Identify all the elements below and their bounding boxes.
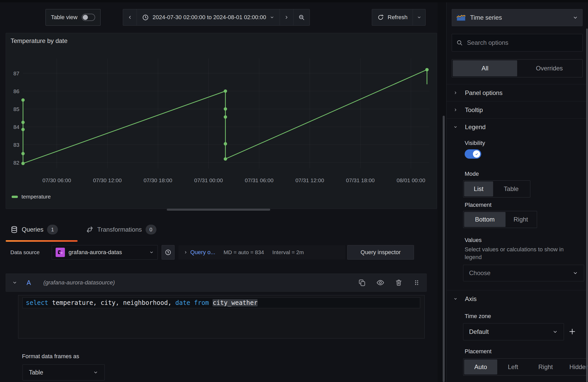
collapse-query-icon[interactable] [12,280,17,285]
legend-values-dropdown[interactable]: Choose [463,265,584,281]
tab-transformations-label: Transformations [97,226,142,233]
axis-timezone-dropdown[interactable]: Default [463,323,564,340]
legend-placement-bottom[interactable]: Bottom [464,212,506,227]
legend-visibility-toggle[interactable] [465,149,481,159]
search-input[interactable] [466,39,578,47]
window-top-strip [0,0,588,2]
legend-mode-label: Mode [465,171,479,177]
section-tooltip[interactable]: Tooltip [447,101,588,118]
chevron-right-icon [453,108,458,112]
sql-editor[interactable]: select temperature, city, neighborhood, … [18,295,425,339]
table-view-label: Table view [51,14,78,21]
svg-text:87: 87 [13,70,19,76]
datasource-help-button[interactable] [162,245,175,260]
grafana-panel-editor: Table view 2024-07-30 02:00:00 to 2024-0… [0,0,588,382]
axis-placement-auto[interactable]: Auto [464,359,497,374]
scope-all-tab[interactable]: All [453,60,517,76]
query-inspector-label: Query inspector [360,249,401,256]
svg-text:07/31 06:00: 07/31 06:00 [245,177,274,183]
query-row-a-header[interactable]: A (grafana-aurora-datasource) [6,274,427,292]
legend-values-label: Values [465,237,482,244]
drag-handle-icon[interactable] [413,279,420,286]
datasource-picker[interactable]: grafana-aurora-datas [52,245,158,260]
refresh-icon [377,14,384,21]
axis-placement-hidden[interactable]: Hidden [562,359,588,374]
pane-divider[interactable] [438,2,446,382]
axis-placement-radio: Auto Left Right Hidden [463,358,588,376]
plus-icon [568,328,576,335]
temperature-series-points [21,68,429,165]
chart-gridlines [23,58,429,168]
table-view-toggle-button[interactable]: Table view [46,9,101,26]
search-icon [456,39,463,46]
chevron-left-icon [127,15,132,20]
chevron-right-icon [453,91,458,95]
datasource-name: grafana-aurora-datas [69,249,122,256]
time-range-back-button[interactable] [123,9,137,25]
tab-queries[interactable]: Queries 1 [10,225,58,234]
section-panel-options[interactable]: Panel options [447,84,588,101]
query-inspector-button[interactable]: Query inspector [347,245,414,260]
options-scope-tabs: All Overrides [452,59,583,77]
sql-current-line[interactable]: select temperature, city, neighborhood, … [22,297,420,308]
query-datasource-hint: (grafana-aurora-datasource) [43,279,115,286]
refresh-button-group: Refresh [372,9,426,26]
axis-placement-right[interactable]: Right [529,359,562,374]
time-range-text: 2024-07-30 02:00:00 to 2024-08-01 02:00:… [153,14,266,21]
svg-text:85: 85 [13,106,19,112]
hide-response-icon[interactable] [376,278,385,287]
legend-mode-table[interactable]: Table [493,181,529,196]
chevron-down-icon [417,15,421,20]
legend-visibility-label: Visibility [465,140,485,146]
axis-placement-left[interactable]: Left [497,359,529,374]
options-search[interactable] [452,34,583,52]
query-options-label: Query o... [190,249,215,256]
section-label: Axis [465,295,477,303]
clock-icon [142,14,149,21]
legend-series-swatch [12,196,18,198]
horizontal-scrollbar[interactable] [167,209,270,211]
section-label: Tooltip [465,106,483,114]
chart-panel: Temperature by date 82838485868707/30 06… [6,33,437,209]
chevron-down-icon [552,329,558,335]
time-range-button[interactable]: 2024-07-30 02:00:00 to 2024-08-01 02:00:… [137,9,280,25]
duplicate-query-icon[interactable] [358,279,366,286]
delete-query-icon[interactable] [395,279,403,286]
scope-overrides-tab[interactable]: Overrides [517,60,582,76]
section-legend[interactable]: Legend [447,118,588,135]
visualization-picker[interactable]: Time series [452,9,583,26]
axis-timezone-label: Time zone [465,313,491,320]
legend-placement-right[interactable]: Right [506,212,536,227]
svg-text:07/31 12:00: 07/31 12:00 [295,177,324,183]
svg-text:82: 82 [13,160,19,166]
table-view-switch[interactable] [82,14,95,21]
chevron-down-icon [270,15,274,20]
section-axis[interactable]: Axis [447,290,588,307]
chevron-down-icon [93,370,98,375]
options-sidebar: Time series All Overrides Panel options … [446,2,588,382]
chevron-right-icon [184,250,188,254]
format-dropdown[interactable]: Table [22,364,105,380]
sql-table-name: city_weather [213,299,257,306]
main-vertical-scrollbar[interactable] [443,116,445,382]
time-range-forward-button[interactable] [280,9,293,25]
query-options-toggle[interactable]: Query o... [184,249,215,256]
query-options-bar: Query o... MD = auto = 834 Interval = 2m [178,245,345,260]
refresh-button[interactable]: Refresh [372,9,413,25]
refresh-label: Refresh [388,14,408,21]
legend-mode-list[interactable]: List [464,181,493,196]
sql-keyword: select [26,299,48,306]
zoom-out-time-button[interactable] [293,9,310,25]
check-icon [474,152,479,156]
format-label: Format data frames as [22,353,79,360]
svg-text:07/31 18:00: 07/31 18:00 [346,177,375,183]
sidebar-scrollbar[interactable] [586,28,588,382]
chevron-down-icon [149,250,154,255]
tab-queries-label: Queries [22,226,43,233]
add-timezone-button[interactable] [567,326,577,337]
temperature-chart-plot[interactable]: 82838485868707/30 06:0007/30 12:0007/30 … [6,33,437,209]
tab-transformations[interactable]: Transformations 0 [86,225,156,234]
svg-text:07/30 12:00: 07/30 12:00 [93,177,122,183]
chart-legend[interactable]: temperature [12,194,51,200]
refresh-interval-button[interactable] [413,9,425,25]
